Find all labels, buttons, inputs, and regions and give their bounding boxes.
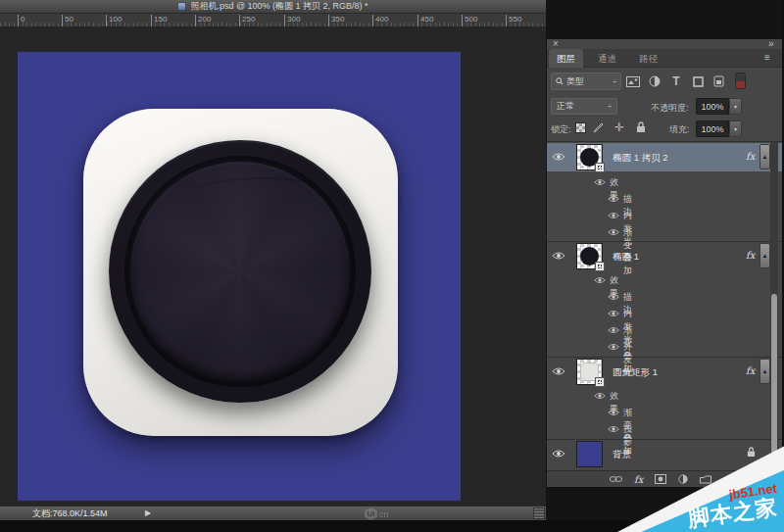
filter-pixel-layers-icon[interactable]	[625, 74, 641, 88]
visibility-eye-icon[interactable]	[552, 251, 565, 261]
tab-channels[interactable]: 通道	[590, 49, 624, 68]
lock-transparency-icon[interactable]	[575, 122, 586, 133]
layer-thumbnail[interactable]	[576, 144, 603, 170]
resize-grip[interactable]	[533, 508, 545, 519]
search-icon	[556, 77, 564, 85]
visibility-eye-icon[interactable]	[608, 195, 619, 203]
filter-shape-layers-icon[interactable]	[691, 74, 705, 88]
horizontal-ruler[interactable]: 0 50 100 150 200 250 300 350 400 450 500…	[0, 14, 546, 27]
filter-adjustment-layers-icon[interactable]	[648, 74, 662, 88]
layer-row-background[interactable]: 背景	[547, 440, 782, 468]
fill-value[interactable]: 100%	[696, 121, 729, 137]
lock-position-move-icon[interactable]: ✛	[612, 121, 626, 134]
panel-collapse-icon[interactable]: »	[768, 38, 774, 49]
document-size-info: 文档:768.0K/1.54M	[32, 508, 108, 520]
fx-badge[interactable]: fx	[746, 151, 755, 162]
layer-row-rounded-rect1[interactable]: 圆角矩形 1 fx ▲	[547, 358, 782, 386]
layer-thumbnail[interactable]	[576, 243, 603, 269]
lock-all-icon[interactable]	[635, 121, 647, 134]
layer-name[interactable]: 背景	[612, 449, 631, 461]
visibility-eye-icon[interactable]	[608, 425, 619, 433]
psd-file-icon	[177, 2, 186, 11]
fx-badge[interactable]: fx	[746, 250, 755, 261]
layer-name[interactable]: 椭圆 1	[612, 251, 639, 264]
uicn-watermark: Ui cn	[365, 507, 389, 521]
visibility-eye-icon[interactable]	[608, 310, 619, 317]
visibility-eye-icon[interactable]	[608, 293, 619, 301]
uicn-suffix: cn	[379, 509, 389, 519]
tab-paths[interactable]: 路径	[631, 49, 665, 68]
add-layer-style-icon[interactable]: fx	[634, 474, 643, 485]
vector-mask-badge	[595, 163, 605, 172]
filter-smart-objects-icon[interactable]	[711, 74, 725, 88]
panel-scrollbar[interactable]	[770, 142, 778, 470]
visibility-eye-icon[interactable]	[608, 409, 619, 416]
new-group-icon[interactable]	[700, 475, 711, 484]
layer-thumbnail[interactable]	[576, 359, 603, 385]
visibility-eye-icon[interactable]	[552, 152, 565, 162]
opacity-value[interactable]: 100%	[696, 98, 729, 115]
document-titlebar[interactable]: 照相机.psd @ 100% (椭圆 1 拷贝 2, RGB/8) *	[0, 0, 546, 14]
visibility-eye-icon[interactable]	[594, 276, 606, 284]
filter-toggle-switch[interactable]	[735, 73, 746, 89]
photoshop-window: 照相机.psd @ 100% (椭圆 1 拷贝 2, RGB/8) * 0 50…	[0, 0, 784, 532]
fill-dropdown-button[interactable]: ▾	[729, 121, 742, 137]
ruler-tick: 200	[195, 15, 211, 26]
scrollbar-thumb[interactable]	[771, 294, 777, 465]
layer-row-ellipse1[interactable]: 椭圆 1 fx ▲	[547, 242, 782, 270]
ruler-tick: 550	[506, 15, 521, 26]
collapse-effects-button[interactable]: ▲	[760, 359, 770, 384]
filter-type-layers-icon[interactable]: T	[669, 73, 683, 88]
layer-row-ellipse1-copy2[interactable]: 椭圆 1 拷贝 2 fx ▲	[547, 143, 782, 171]
ruler-tick: 300	[284, 15, 300, 26]
expand-arrow: ▲	[762, 154, 768, 160]
new-adjustment-layer-icon[interactable]	[678, 474, 688, 484]
visibility-eye-icon[interactable]	[608, 343, 619, 351]
visibility-eye-icon[interactable]	[552, 366, 565, 376]
filter-kind-label: 类型	[566, 75, 584, 88]
vector-mask-badge	[595, 377, 605, 387]
expand-arrow: ▲	[762, 368, 768, 374]
document-title: 照相机.psd @ 100% (椭圆 1 拷贝 2, RGB/8) *	[190, 0, 368, 13]
panel-menu-icon[interactable]: ≡	[764, 52, 770, 63]
expand-arrow: ▲	[762, 253, 768, 259]
tab-layers[interactable]: 图层	[549, 49, 583, 68]
stepper-icon: ÷	[612, 78, 616, 85]
ruler-tick: 50	[62, 15, 74, 26]
stepper-icon: ÷	[608, 103, 612, 110]
visibility-eye-icon[interactable]	[608, 326, 619, 334]
status-bar: 文档:768.0K/1.54M ▶ Ui cn	[0, 506, 546, 520]
collapse-effects-button[interactable]: ▲	[760, 243, 770, 268]
visibility-eye-icon[interactable]	[608, 228, 619, 236]
app-icon-rounded-square	[83, 109, 398, 436]
blend-mode-dropdown[interactable]: 正常 ÷	[551, 98, 617, 115]
visibility-eye-icon[interactable]	[552, 449, 565, 459]
add-layer-mask-icon[interactable]	[655, 474, 666, 484]
link-layers-icon[interactable]	[610, 475, 622, 483]
status-menu-arrow[interactable]: ▶	[145, 508, 151, 517]
lock-pixels-brush-icon[interactable]	[592, 121, 605, 134]
collapse-effects-button[interactable]: ▲	[760, 144, 770, 169]
layer-name[interactable]: 椭圆 1 拷贝 2	[612, 152, 668, 165]
canvas[interactable]	[18, 52, 461, 501]
uicn-logo: Ui	[365, 508, 377, 520]
fx-badge[interactable]: fx	[746, 365, 755, 376]
ruler-tick: 250	[239, 15, 255, 26]
opacity-value-text: 100%	[701, 102, 723, 112]
layer-name[interactable]: 圆角矩形 1	[612, 366, 658, 379]
panel-close-icon[interactable]: ×	[553, 38, 559, 49]
visibility-eye-icon[interactable]	[608, 212, 619, 219]
camera-lens-inner	[130, 162, 350, 381]
ruler-tick: 450	[417, 15, 433, 26]
visibility-eye-icon[interactable]	[594, 178, 606, 186]
fill-value-text: 100%	[701, 124, 723, 134]
pasteboard[interactable]	[0, 27, 546, 506]
visibility-eye-icon[interactable]	[594, 392, 606, 400]
opacity-dropdown-button[interactable]: ▾	[729, 98, 742, 115]
layer-thumbnail[interactable]	[576, 441, 603, 467]
layers-panel: × » 图层 通道 路径 ≡ 类型 ÷ T	[547, 39, 782, 487]
filter-kind-dropdown[interactable]: 类型 ÷	[551, 73, 621, 90]
blend-mode-value: 正常	[557, 100, 574, 113]
ruler-tick: 0	[18, 15, 24, 26]
ruler-tick: 400	[372, 15, 388, 26]
